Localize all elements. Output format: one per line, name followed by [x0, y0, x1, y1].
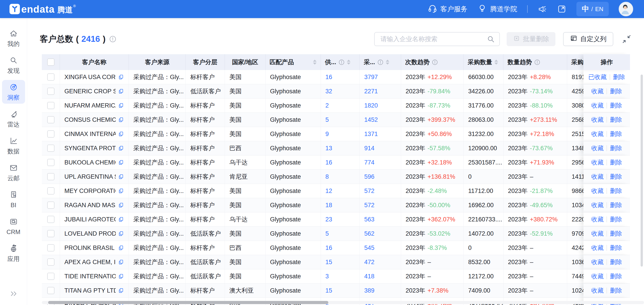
delete-action[interactable]: 删除 [610, 102, 622, 110]
purchase-count-link[interactable]: 2271 [364, 88, 378, 95]
purchase-count-link[interactable]: 1820 [364, 102, 378, 109]
supplier-count-link[interactable]: 15 [326, 287, 332, 294]
row-checkbox[interactable] [47, 74, 54, 81]
supplier-count-link[interactable]: 16 [326, 74, 332, 81]
custom-columns-button[interactable]: 自定义列 [563, 32, 613, 46]
supplier-count-link[interactable]: 16 [326, 159, 332, 166]
row-checkbox[interactable] [47, 173, 54, 180]
delete-action[interactable]: 删除 [610, 87, 622, 95]
purchase-count-link[interactable]: 1452 [364, 116, 378, 123]
purchase-count-link[interactable]: 596 [364, 173, 374, 180]
nav-academy[interactable]: 腾道学院 [478, 4, 517, 15]
sidebar-item-apps[interactable]: 应用 [2, 241, 25, 265]
sidebar-item-crm[interactable]: CRM [2, 214, 25, 238]
sort-icon[interactable] [313, 60, 316, 64]
delete-action[interactable]: 删除 [610, 286, 622, 294]
delete-action[interactable]: 删除 [610, 244, 622, 252]
row-checkbox[interactable] [47, 159, 54, 166]
delete-action[interactable]: 删除 [610, 272, 622, 280]
purchase-count-link[interactable]: 572 [364, 202, 374, 209]
row-checkbox[interactable] [47, 216, 54, 223]
favorite-action[interactable]: 收藏 [591, 102, 604, 110]
sidebar-item-bi[interactable]: BIBI [2, 188, 25, 211]
purchase-count-link[interactable]: 572 [364, 188, 374, 194]
delete-action[interactable]: 删除 [610, 172, 622, 181]
copy-icon[interactable] [118, 231, 124, 237]
copy-icon[interactable] [118, 188, 124, 194]
supplier-count-link[interactable]: 3 [326, 273, 329, 280]
vertical-scrollbar-thumb[interactable] [640, 74, 643, 266]
copy-icon[interactable] [118, 273, 124, 280]
delete-action[interactable]: 删除 [610, 116, 622, 124]
sidebar-item-discover[interactable]: 发现 [2, 53, 25, 77]
row-checkbox[interactable] [47, 187, 54, 194]
announcement-icon[interactable] [538, 4, 547, 14]
purchase-count-link[interactable]: 545 [364, 244, 374, 252]
sort-icon[interactable] [347, 60, 350, 64]
row-checkbox[interactable] [47, 258, 54, 266]
favorite-action[interactable]: 收藏 [591, 244, 604, 252]
batch-delete-button[interactable]: 批量删除 [506, 32, 556, 46]
supplier-count-link[interactable]: 12 [326, 188, 332, 194]
info-icon[interactable] [338, 59, 344, 65]
purchase-count-link[interactable]: 562 [364, 230, 374, 237]
select-all-checkbox[interactable] [47, 58, 54, 66]
title-info-icon[interactable] [109, 36, 116, 43]
copy-icon[interactable] [118, 131, 124, 137]
copy-icon[interactable] [118, 102, 124, 109]
purchase-count-link[interactable]: 3797 [364, 74, 378, 81]
row-checkbox[interactable] [47, 244, 54, 252]
search-input[interactable] [374, 32, 500, 46]
supplier-count-link[interactable]: 2 [326, 102, 329, 109]
supplier-count-link[interactable]: 23 [326, 216, 332, 223]
favorite-action[interactable]: 收藏 [591, 158, 604, 166]
copy-icon[interactable] [118, 74, 124, 80]
copy-icon[interactable] [118, 160, 124, 166]
favorite-action[interactable]: 收藏 [591, 215, 604, 224]
row-checkbox[interactable] [47, 130, 54, 138]
info-icon[interactable] [377, 59, 384, 65]
supplier-count-link[interactable]: 32 [326, 88, 332, 95]
search-icon[interactable] [487, 35, 495, 44]
delete-action[interactable]: 删除 [610, 230, 622, 238]
favorite-action[interactable]: 收藏 [591, 116, 604, 124]
delete-action[interactable]: 删除 [610, 144, 622, 152]
purchase-count-link[interactable]: 389 [364, 287, 374, 294]
sidebar-item-radar[interactable]: 雷达 [2, 107, 25, 130]
supplier-count-link[interactable]: 9 [326, 130, 329, 138]
supplier-count-link[interactable]: 5 [326, 116, 329, 123]
row-checkbox[interactable] [47, 287, 54, 294]
copy-icon[interactable] [118, 174, 124, 180]
supplier-count-link[interactable]: 16 [326, 244, 332, 252]
sidebar-item-data[interactable]: 数据 [2, 134, 25, 158]
collapse-view-icon[interactable] [622, 34, 631, 44]
sort-icon[interactable] [494, 60, 498, 64]
supplier-count-link[interactable]: 15 [326, 259, 332, 266]
fullscreen-icon[interactable] [557, 4, 566, 14]
info-icon[interactable] [534, 59, 540, 65]
delete-action[interactable]: 删除 [610, 130, 622, 138]
delete-action[interactable]: 删除 [610, 158, 622, 166]
row-checkbox[interactable] [47, 273, 54, 280]
row-checkbox[interactable] [47, 144, 54, 152]
horizontal-scrollbar-thumb[interactable] [48, 301, 328, 304]
purchase-count-link[interactable]: 472 [364, 259, 374, 266]
favorite-action[interactable]: 收藏 [591, 144, 604, 152]
sidebar-item-home[interactable]: 我的 [2, 26, 25, 50]
brand-logo[interactable]: endata 腾道 ® [10, 4, 76, 14]
purchase-count-link[interactable]: 914 [364, 145, 374, 152]
row-checkbox[interactable] [47, 116, 54, 123]
lang-switch[interactable]: 中 / EN [576, 2, 609, 16]
purchase-count-link[interactable]: 1371 [364, 130, 378, 138]
delete-action[interactable]: 删除 [610, 215, 622, 224]
row-checkbox[interactable] [47, 202, 54, 209]
favorite-action[interactable]: 已收藏 [588, 73, 607, 81]
purchase-count-link[interactable]: 563 [364, 216, 374, 223]
purchase-count-link[interactable]: 418 [364, 273, 374, 280]
copy-icon[interactable] [118, 288, 124, 294]
delete-action[interactable]: 删除 [610, 258, 622, 266]
avatar[interactable] [619, 2, 633, 16]
favorite-action[interactable]: 收藏 [591, 87, 604, 95]
sidebar-item-insight[interactable]: 洞察 [2, 80, 25, 104]
favorite-action[interactable]: 收藏 [591, 258, 604, 266]
